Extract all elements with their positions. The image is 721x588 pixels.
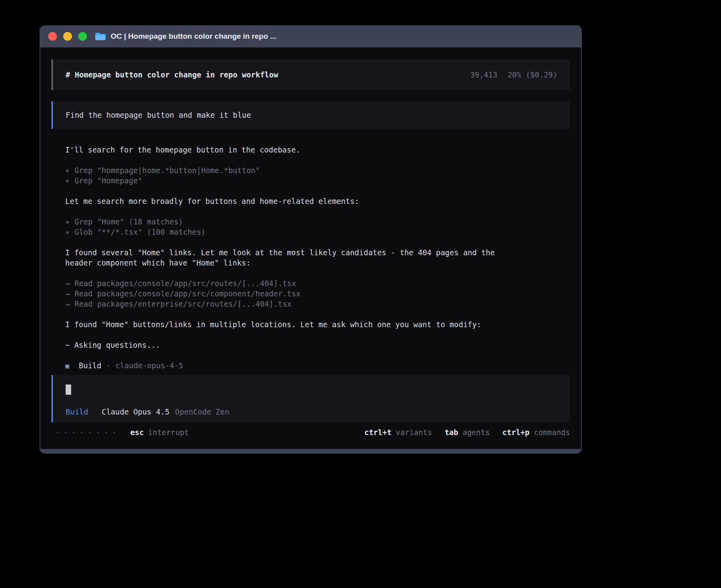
terminal-window: OC | Homepage button color change in rep… [40, 25, 582, 454]
arrow-marker-icon: → [65, 288, 70, 299]
folder-icon [95, 32, 106, 41]
tool-call-group: →Read packages/console/app/src/routes/[.… [65, 278, 556, 309]
tool-call-text: Glob "**/*.tsx" (100 matches) [74, 228, 206, 236]
tool-call: ∗Grep "Homepage" [65, 175, 556, 186]
agent-status-icon: ▣ [65, 362, 69, 370]
statusbar-right: ctrl+tvariants tabagents ctrl+pcommands [364, 428, 570, 437]
text-cursor [66, 384, 71, 395]
tool-call-group: ∗Grep "homepage|home.*button|Home.*butto… [65, 165, 556, 186]
arrow-marker-icon: → [65, 299, 70, 309]
agent-status-row: ▣Build·claude-opus-4-5 [65, 360, 556, 371]
window-titlebar[interactable]: OC | Homepage button color change in rep… [40, 25, 582, 47]
interrupt-label: interrupt [148, 428, 189, 437]
asterisk-marker-icon: ∗ [65, 165, 70, 175]
close-button[interactable] [48, 32, 57, 41]
session-stats: 39,41320% ($0.29) [470, 70, 557, 79]
variants-hint: ctrl+tvariants [364, 428, 432, 437]
tool-call: ∗Grep "homepage|home.*button|Home.*butto… [65, 165, 556, 175]
asterisk-marker-icon: ∗ [65, 175, 70, 186]
agents-hint: tabagents [445, 428, 490, 437]
tool-call-text: Grep "Homepage" [74, 176, 142, 185]
tool-call: ∗Glob "**/*.tsx" (100 matches) [65, 227, 556, 237]
token-count: 39,413 [470, 70, 498, 79]
window-title: OC | Homepage button color change in rep… [111, 32, 276, 41]
tool-call: →Read packages/console/app/src/routes/[.… [65, 278, 556, 288]
tool-call-group: ∗Grep "Home" (18 matches) ∗Glob "**/*.ts… [65, 217, 556, 237]
statusbar-left: ········ escinterrupt [55, 428, 189, 437]
asterisk-marker-icon: ∗ [65, 217, 70, 227]
user-message-text: Find the homepage button and make it blu… [66, 111, 251, 119]
tool-call: →Read packages/console/app/src/component… [65, 288, 556, 299]
tool-call: ∗Grep "Home" (18 matches) [65, 217, 556, 227]
assistant-response: I'll search for the homepage button in t… [51, 145, 570, 371]
esc-key-hint: esc [130, 428, 144, 437]
assistant-paragraph: I'll search for the homepage button in t… [65, 145, 556, 155]
asking-questions-status: ~ Asking questions... [65, 340, 556, 350]
status-bar: ········ escinterrupt ctrl+tvariants tab… [51, 428, 570, 437]
agent-model: claude-opus-4-5 [115, 361, 183, 370]
user-message: Find the homepage button and make it blu… [51, 101, 570, 129]
commands-label: commands [534, 428, 570, 437]
tool-call-text: Read packages/enterprise/src/routes/[...… [74, 300, 291, 308]
context-usage: 20% ($0.29) [508, 70, 557, 79]
tool-call-text: Read packages/console/app/src/component/… [74, 289, 300, 298]
tab-key-hint: tab [445, 428, 458, 437]
tool-call-text: Read packages/console/app/src/routes/[..… [74, 279, 296, 288]
arrow-marker-icon: → [65, 278, 70, 288]
tool-call: →Read packages/enterprise/src/routes/[..… [65, 299, 556, 309]
commands-hint: ctrl+pcommands [502, 428, 570, 437]
minimize-button[interactable] [63, 32, 72, 41]
prompt-input[interactable]: Build Claude Opus 4.5 OpenCode Zen [51, 375, 570, 422]
assistant-paragraph: I found "Home" buttons/links in multiple… [65, 319, 556, 330]
agents-label: agents [462, 428, 490, 437]
assistant-text-line: I found several "Home" links. Let me loo… [65, 247, 556, 258]
input-status-row: Build Claude Opus 4.5 OpenCode Zen [66, 407, 557, 416]
agent-name: Build [79, 361, 101, 370]
assistant-paragraph: I found several "Home" links. Let me loo… [65, 247, 556, 268]
ctrl-t-key-hint: ctrl+t [364, 428, 392, 437]
session-title: # Homepage button color change in repo w… [66, 70, 278, 79]
agent-mode-label: Build [66, 407, 88, 416]
dot-separator: · [106, 361, 110, 370]
model-label: Claude Opus 4.5 [102, 407, 170, 416]
variants-label: variants [396, 428, 432, 437]
spinner-icon: ········ [55, 428, 120, 437]
terminal-content: # Homepage button color change in repo w… [40, 47, 581, 449]
interrupt-hint: escinterrupt [130, 428, 189, 437]
zoom-button[interactable] [78, 32, 87, 41]
provider-label: OpenCode Zen [175, 407, 229, 416]
tool-call-text: Grep "Home" (18 matches) [74, 217, 183, 226]
traffic-lights [48, 32, 87, 41]
assistant-text-line: header component which have "Home" links… [65, 258, 556, 268]
asterisk-marker-icon: ∗ [65, 227, 70, 237]
ctrl-p-key-hint: ctrl+p [502, 428, 530, 437]
session-header: # Homepage button color change in repo w… [51, 59, 570, 90]
title-group: OC | Homepage button color change in rep… [95, 32, 276, 41]
assistant-paragraph: Let me search more broadly for buttons a… [65, 196, 556, 206]
tool-call-text: Grep "homepage|home.*button|Home.*button… [74, 166, 260, 175]
